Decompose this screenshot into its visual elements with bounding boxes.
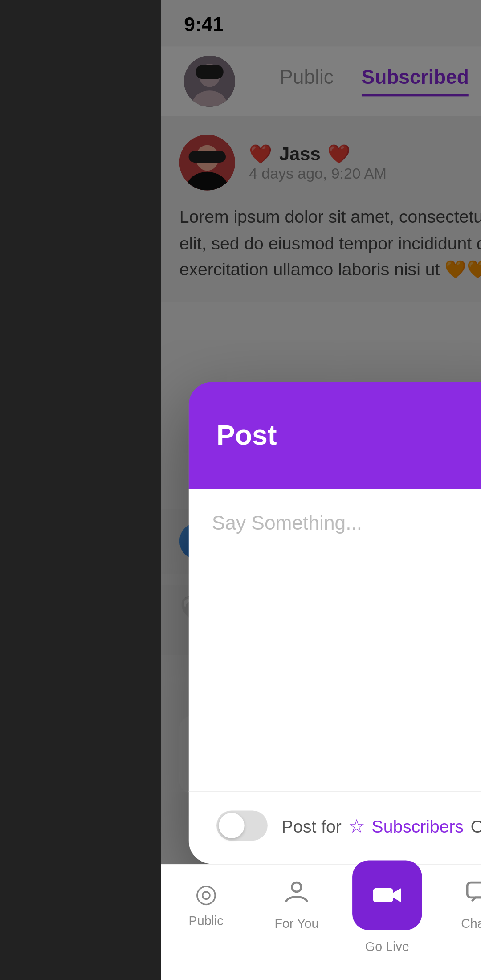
nav-chats[interactable]: Chats (432, 879, 481, 930)
footer-text: Post for ☆ Subscribers Only (281, 815, 481, 837)
page-wrapper: 9:41 📶 🔋 (161, 0, 481, 980)
svg-point-16 (292, 882, 301, 892)
post-modal: Post ▶ Say Something... (188, 382, 481, 864)
bottom-nav: ◎ Public For You Go Live (161, 864, 481, 980)
modal-body: Say Something... (188, 489, 481, 791)
star-icon: ☆ (348, 815, 364, 837)
nav-public[interactable]: ◎ Public (161, 879, 251, 927)
post-input-area[interactable]: Say Something... (188, 489, 481, 791)
nav-go-live[interactable]: Go Live (342, 879, 432, 953)
post-placeholder: Say Something... (212, 512, 362, 535)
nav-for-you[interactable]: For You (251, 879, 342, 930)
subscribers-toggle[interactable] (216, 810, 268, 841)
svg-marker-18 (393, 888, 401, 902)
nav-public-icon: ◎ (195, 879, 217, 909)
svg-rect-19 (467, 882, 481, 898)
svg-rect-17 (373, 888, 393, 902)
nav-foryou-icon (284, 879, 309, 911)
go-live-button[interactable] (352, 861, 422, 930)
toggle-knob (219, 813, 244, 838)
nav-public-label: Public (188, 914, 223, 927)
modal-header: Post ▶ (188, 382, 481, 489)
nav-golive-label: Go Live (365, 939, 409, 953)
nav-chats-icon (465, 879, 481, 911)
modal-title: Post (216, 419, 277, 452)
modal-footer: Post for ☆ Subscribers Only (188, 791, 481, 864)
nav-foryou-label: For You (274, 916, 318, 930)
nav-chats-label: Chats (461, 916, 481, 930)
status-bar: 9:41 📶 🔋 (161, 0, 481, 46)
status-time: 9:41 (184, 14, 224, 37)
subscribers-label: Subscribers (371, 816, 463, 835)
